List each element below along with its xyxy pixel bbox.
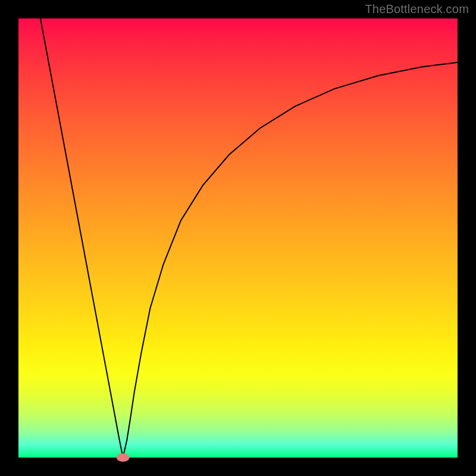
chart-frame: TheBottleneck.com	[0, 0, 476, 476]
watermark-text: TheBottleneck.com	[365, 2, 469, 16]
chart-svg	[18, 18, 458, 458]
bottleneck-curve	[40, 18, 458, 458]
min-marker	[117, 453, 130, 462]
